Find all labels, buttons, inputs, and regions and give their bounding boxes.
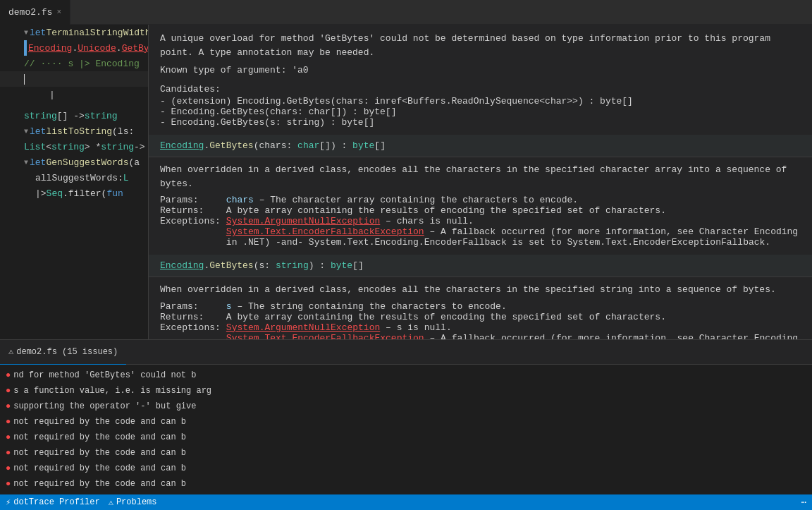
tooltip-signature-1: Encoding.GetBytes(chars: char[]) : byte[… — [149, 135, 812, 157]
problem-item-6[interactable]: ● not required by the code and can b — [0, 445, 812, 461]
editor-line-10[interactable]: allSuggestWords: L — [0, 170, 148, 186]
tooltip-signature-2: Encoding.GetBytes(s: string) : byte[] — [149, 255, 812, 277]
editor-line-3[interactable]: // ···· s |> Encoding — [0, 56, 148, 71]
tooltip-error-text: A unique overload for method 'GetBytes' … — [149, 25, 812, 62]
editor-line-11[interactable]: |> Seq .filter( fun — [0, 186, 148, 201]
bottom-panel: ⚠ demo2.fs (15 issues) ● nd for method '… — [0, 339, 812, 494]
editor-tab[interactable]: demo2.fs × — [0, 0, 70, 25]
editor-line-5[interactable]: | — [0, 87, 148, 102]
editor-line-7[interactable]: ▼ let listToString (ls: — [0, 123, 148, 139]
tooltip-desc-2: When overridden in a derived class, enco… — [149, 277, 812, 301]
gutter-decoration — [24, 40, 27, 56]
editor-line-2[interactable]: Encoding . Unicode . GetBytes >> Seq .fi… — [0, 40, 148, 56]
more-options[interactable]: ⋯ — [801, 497, 806, 508]
problem-item-4[interactable]: ● not required by the code and can b — [0, 414, 812, 430]
editor-line-8[interactable]: List < string > * string -> stri — [0, 139, 148, 154]
bottom-panel-tabs: ⚠ demo2.fs (15 issues) — [0, 340, 812, 365]
problems-status[interactable]: ⚠ Problems — [109, 497, 157, 508]
problem-item-1[interactable]: ● nd for method 'GetBytes' could not b — [0, 368, 812, 383]
status-bar: ⚡ dotTrace Profiler ⚠ Problems ⋯ — [0, 494, 812, 510]
tooltip-params-1: Params: chars – The character array cont… — [149, 195, 812, 255]
problem-item-8[interactable]: ● not required by the code and can b — [0, 476, 812, 492]
tooltip-panel: A unique overload for method 'GetBytes' … — [148, 25, 812, 339]
tab-close-button[interactable]: × — [56, 8, 61, 16]
tooltip-scrollable[interactable]: A unique overload for method 'GetBytes' … — [149, 25, 812, 339]
editor-line-4[interactable] — [0, 71, 148, 87]
problem-item-5[interactable]: ● not required by the code and can b — [0, 430, 812, 445]
tab-filename: demo2.fs — [8, 7, 52, 18]
cursor — [24, 74, 25, 85]
problem-list[interactable]: ● nd for method 'GetBytes' could not b ●… — [0, 365, 812, 494]
editor-line-9[interactable]: ▼ let GenSuggestWords (a — [0, 154, 148, 170]
tooltip-candidates: Candidates: - (extension) Encoding.GetBy… — [149, 81, 812, 135]
editor-line-6[interactable]: string [] -> string — [0, 108, 148, 123]
profiler-status[interactable]: ⚡ dotTrace Profiler — [6, 497, 100, 508]
tab-bar: demo2.fs × — [0, 0, 812, 25]
problem-item-3[interactable]: ● supporting the operator '-' but give — [0, 399, 812, 414]
editor-panel: ▼ let TerminalStringWidth (s: string ) =… — [0, 25, 148, 339]
problem-item-2[interactable]: ● s a function value, i.e. is missing ar… — [0, 383, 812, 399]
tooltip-known-type: Known type of argument: 'a0 — [149, 62, 812, 81]
tooltip-desc-1: When overridden in a derived class, enco… — [149, 157, 812, 195]
panel-tab-problems[interactable]: ⚠ demo2.fs (15 issues) — [0, 340, 126, 365]
problem-item-7[interactable]: ● not required by the code and can b — [0, 461, 812, 476]
editor-line-1[interactable]: ▼ let TerminalStringWidth (s: string ) = — [0, 25, 148, 40]
tooltip-params-2: Params: s – The string containing the ch… — [149, 301, 812, 340]
